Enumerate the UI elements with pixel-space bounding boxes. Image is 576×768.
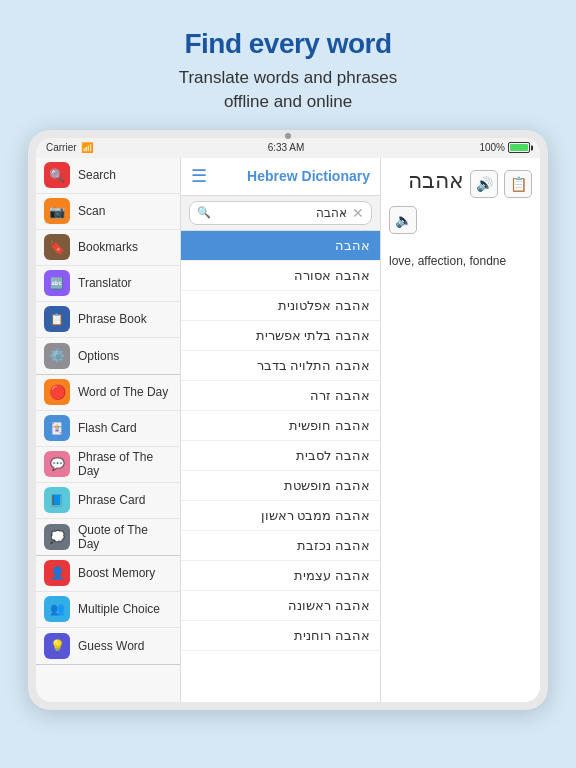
search-input[interactable]: אהבה <box>216 206 347 220</box>
sidebar-label-scan: Scan <box>78 204 105 218</box>
word-list-item[interactable]: אהבה ראשונה <box>181 591 380 621</box>
sidebar-label-wordofday: Word of The Day <box>78 385 168 399</box>
search-icon: 🔍 <box>44 162 70 188</box>
word-list-item[interactable]: אהבה התלויה בדבר <box>181 351 380 381</box>
sidebar-label-multiplechoice: Multiple Choice <box>78 602 160 616</box>
tablet-frame: Carrier 📶 6:33 AM 100% 🔍 Search <box>28 130 548 710</box>
sidebar-label-boostmemory: Boost Memory <box>78 566 155 580</box>
sidebar-item-boostmemory[interactable]: 👤 Boost Memory <box>36 556 180 592</box>
speaker-icon[interactable]: 🔊 <box>470 170 498 198</box>
sidebar-item-options[interactable]: ⚙️ Options <box>36 338 180 374</box>
sidebar-item-wordofday[interactable]: 🔴 Word of The Day <box>36 375 180 411</box>
word-list-item[interactable]: אהבה עצמית <box>181 561 380 591</box>
sidebar-item-flashcard[interactable]: 🃏 Flash Card <box>36 411 180 447</box>
phrasebook-icon: 📋 <box>44 306 70 332</box>
menu-icon[interactable]: ☰ <box>191 165 207 187</box>
toolbar-title: Hebrew Dictionary <box>247 168 370 184</box>
sidebar-item-quoteofday[interactable]: 💭 Quote of The Day <box>36 519 180 555</box>
word-list-item[interactable]: אהבה זרה <box>181 381 380 411</box>
sidebar-item-multiplechoice[interactable]: 👥 Multiple Choice <box>36 592 180 628</box>
tablet-screen: Carrier 📶 6:33 AM 100% 🔍 Search <box>36 138 540 702</box>
sidebar-label-translator: Translator <box>78 276 132 290</box>
phraseofday-icon: 💬 <box>44 451 70 477</box>
main-area: ☰ Hebrew Dictionary 🔍 אהבה ✕ אהבהאהבה אס… <box>181 158 380 702</box>
phrasecard-icon: 📘 <box>44 487 70 513</box>
sidebar-item-translator[interactable]: 🔤 Translator <box>36 266 180 302</box>
quoteofday-icon: 💭 <box>44 524 70 550</box>
word-list-item[interactable]: אהבה <box>181 231 380 261</box>
detail-translation: love, affection, fondne <box>389 252 532 270</box>
sidebar-label-flashcard: Flash Card <box>78 421 137 435</box>
word-list-item[interactable]: אהבה אסורה <box>181 261 380 291</box>
scan-icon: 📷 <box>44 198 70 224</box>
word-list-item[interactable]: אהבה מופשטת <box>181 471 380 501</box>
sidebar-label-phraseofday: Phrase of The Day <box>78 450 172 478</box>
status-battery: 100% <box>479 142 530 153</box>
bookmarks-icon: 🔖 <box>44 234 70 260</box>
app-content: 🔍 Search 📷 Scan 🔖 Bookmarks 🔤 Translator <box>36 158 540 702</box>
notes-icon[interactable]: 📋 <box>504 170 532 198</box>
search-input-wrap[interactable]: 🔍 אהבה ✕ <box>189 201 372 225</box>
word-list[interactable]: אהבהאהבה אסורהאהבה אפלטוניתאהבה בלתי אפש… <box>181 231 380 702</box>
tablet-camera <box>285 133 291 139</box>
search-magnify-icon: 🔍 <box>197 206 211 219</box>
guessword-icon: 💡 <box>44 633 70 659</box>
word-list-item[interactable]: אהבה בלתי אפשרית <box>181 321 380 351</box>
sound-btn[interactable]: 🔈 <box>389 206 417 234</box>
sidebar-item-phrasebook[interactable]: 📋 Phrase Book <box>36 302 180 338</box>
toolbar: ☰ Hebrew Dictionary <box>181 158 380 196</box>
sidebar-group-daily: 🔴 Word of The Day 🃏 Flash Card 💬 Phrase … <box>36 375 180 556</box>
word-list-item[interactable]: אהבה ממבט ראשון <box>181 501 380 531</box>
sidebar-item-scan[interactable]: 📷 Scan <box>36 194 180 230</box>
word-list-item[interactable]: אהבה חופשית <box>181 411 380 441</box>
word-list-item[interactable]: אהבה אפלטונית <box>181 291 380 321</box>
battery-icon <box>508 142 530 153</box>
status-bar: Carrier 📶 6:33 AM 100% <box>36 138 540 158</box>
detail-word: אהבה <box>389 168 464 194</box>
wordofday-icon: 🔴 <box>44 379 70 405</box>
translator-icon: 🔤 <box>44 270 70 296</box>
multiplechoice-icon: 👥 <box>44 596 70 622</box>
sidebar-label-search: Search <box>78 168 116 182</box>
sidebar-label-options: Options <box>78 349 119 363</box>
sidebar-label-phrasecard: Phrase Card <box>78 493 145 507</box>
app-header: Find every word Translate words and phra… <box>0 0 576 130</box>
sidebar-item-search[interactable]: 🔍 Search <box>36 158 180 194</box>
sidebar: 🔍 Search 📷 Scan 🔖 Bookmarks 🔤 Translator <box>36 158 181 702</box>
sidebar-group-games: 👤 Boost Memory 👥 Multiple Choice 💡 Guess… <box>36 556 180 665</box>
status-carrier: Carrier 📶 <box>46 142 93 153</box>
main-title: Find every word <box>20 28 556 60</box>
sidebar-item-phrasecard[interactable]: 📘 Phrase Card <box>36 483 180 519</box>
battery-fill <box>510 144 528 151</box>
sidebar-label-guessword: Guess Word <box>78 639 144 653</box>
options-icon: ⚙️ <box>44 343 70 369</box>
word-list-item[interactable]: אהבה לסבית <box>181 441 380 471</box>
word-list-item[interactable]: אהבה רוחנית <box>181 621 380 651</box>
sidebar-item-phraseofday[interactable]: 💬 Phrase of The Day <box>36 447 180 483</box>
status-time: 6:33 AM <box>268 142 305 153</box>
sidebar-item-guessword[interactable]: 💡 Guess Word <box>36 628 180 664</box>
flashcard-icon: 🃏 <box>44 415 70 441</box>
boostmemory-icon: 👤 <box>44 560 70 586</box>
word-list-item[interactable]: אהבה נכזבת <box>181 531 380 561</box>
sidebar-item-bookmarks[interactable]: 🔖 Bookmarks <box>36 230 180 266</box>
main-subtitle: Translate words and phrasesoffline and o… <box>20 66 556 114</box>
detail-panel: אהבה 🔊 📋 🔈 love, affection, fondne <box>380 158 540 702</box>
sidebar-label-phrasebook: Phrase Book <box>78 312 147 326</box>
sidebar-label-bookmarks: Bookmarks <box>78 240 138 254</box>
sidebar-label-quoteofday: Quote of The Day <box>78 523 172 551</box>
search-bar: 🔍 אהבה ✕ <box>181 196 380 231</box>
sidebar-group-main: 🔍 Search 📷 Scan 🔖 Bookmarks 🔤 Translator <box>36 158 180 375</box>
search-clear-icon[interactable]: ✕ <box>352 205 364 221</box>
